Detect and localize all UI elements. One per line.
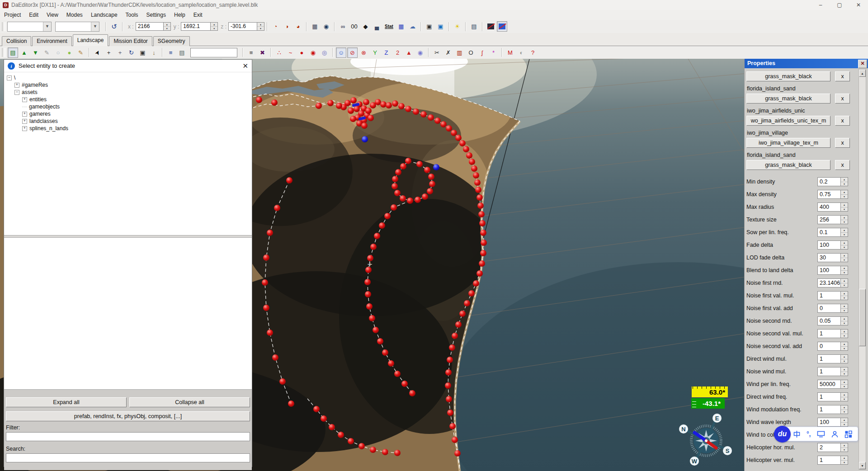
tab-sgeometry[interactable]: SGeometry [153, 36, 190, 46]
tab-mission-editor[interactable]: Mission Editor [109, 36, 152, 46]
texture-select-button[interactable]: grass_mask_black [746, 71, 830, 81]
moon-sphere-icon[interactable]: ◐ [516, 47, 527, 58]
cloud-icon[interactable]: ☁ [407, 21, 418, 32]
marker-red[interactable] [382, 449, 388, 455]
marker-red[interactable] [267, 230, 273, 236]
marker-red[interactable] [384, 213, 391, 219]
marker-red[interactable] [279, 378, 286, 385]
marker-red[interactable] [469, 159, 475, 165]
marker-red[interactable] [447, 357, 453, 363]
marker-red[interactable] [321, 415, 327, 422]
marker-red[interactable] [400, 163, 406, 170]
tree-item-label[interactable]: splines_n_lands [29, 125, 68, 132]
marker-red[interactable] [365, 108, 372, 114]
menu-item-tools[interactable]: Tools [122, 10, 142, 20]
globe-icon[interactable]: ◉ [415, 47, 425, 58]
tree-expander-plus[interactable]: + [22, 112, 27, 117]
hide-selection-icon[interactable]: ⊘ [347, 47, 358, 58]
scroll-down-icon[interactable]: ▼ [859, 462, 866, 469]
select-by-name-icon[interactable]: ≡ [165, 47, 176, 58]
layout-grid-icon[interactable]: ▦ [396, 21, 406, 32]
cut-cross-icon[interactable]: ✗ [443, 47, 453, 58]
marker-red[interactable] [476, 270, 483, 277]
property-value-input[interactable]: 1 [817, 405, 841, 414]
menu-item-edit[interactable]: Edit [25, 10, 42, 20]
marker-red[interactable] [471, 165, 477, 172]
workspace-combo[interactable]: ▼ [7, 22, 52, 32]
sphere-mesh-icon[interactable]: ◉ [308, 47, 318, 58]
filter-input[interactable] [6, 432, 250, 441]
marker-red[interactable] [286, 177, 292, 184]
marker-red[interactable] [424, 167, 430, 173]
terrain-raise-icon[interactable]: ▲ [19, 47, 29, 58]
chevron-down-icon[interactable]: ▼ [43, 22, 51, 31]
property-spinner[interactable]: ▲▼ [841, 354, 848, 363]
marker-blue[interactable] [362, 136, 368, 142]
marker-red[interactable] [348, 108, 354, 114]
marker-red[interactable] [366, 303, 373, 310]
property-value-input[interactable]: 0.1 [817, 228, 841, 237]
marker-red[interactable] [449, 344, 455, 351]
tree-item-label[interactable]: entities [29, 96, 47, 103]
marker-red[interactable] [350, 116, 356, 122]
marker-red[interactable] [454, 450, 461, 457]
property-spinner[interactable]: ▲▼ [841, 443, 848, 452]
stat-icon[interactable]: Stat [383, 21, 395, 32]
property-spinner[interactable]: ▲▼ [841, 190, 848, 199]
marker-red[interactable] [377, 338, 383, 344]
tab-collision[interactable]: Collision [2, 36, 31, 46]
binoculars-icon[interactable]: ∞ [338, 21, 348, 32]
marker-red[interactable] [413, 108, 419, 115]
marker-red[interactable] [374, 233, 380, 239]
property-spinner[interactable]: ▲▼ [841, 228, 848, 237]
marker-red[interactable] [369, 315, 375, 321]
close-icon[interactable]: ✕ [858, 60, 867, 68]
marker-red[interactable] [451, 130, 457, 136]
marker-red[interactable] [380, 101, 387, 108]
marker-red[interactable] [480, 250, 486, 256]
marker-red[interactable] [440, 121, 447, 127]
polyline-icon[interactable]: ~ [285, 47, 296, 58]
marker-red[interactable] [395, 169, 401, 175]
marker-red[interactable] [466, 152, 472, 159]
marker-red[interactable] [386, 102, 392, 108]
scrollbar-thumb[interactable] [859, 289, 866, 346]
texture-remove-button[interactable]: x [835, 94, 850, 104]
material-icon[interactable]: M [505, 47, 515, 58]
sun-icon[interactable]: ☀ [452, 21, 462, 32]
vehicle-icon[interactable]: ▄ [372, 21, 382, 32]
marker-red[interactable] [446, 125, 452, 132]
tree-expander-plus[interactable]: + [14, 83, 19, 88]
property-value-input[interactable]: 50000 [817, 380, 841, 389]
move-icon[interactable]: + [104, 47, 114, 58]
reset-rotation-icon[interactable]: ↺ [109, 21, 119, 32]
tree-expander-plus[interactable]: + [22, 126, 27, 131]
tree-expander-plus[interactable]: + [22, 97, 27, 102]
render-mode-icon[interactable] [497, 21, 507, 32]
marker-red[interactable] [434, 118, 441, 124]
marker-red[interactable] [391, 204, 397, 211]
property-spinner[interactable]: ▲▼ [841, 240, 848, 250]
property-spinner[interactable]: ▲▼ [841, 405, 848, 414]
marker-red[interactable] [479, 220, 486, 226]
marker-red[interactable] [336, 103, 342, 109]
marker-red[interactable] [338, 432, 344, 438]
marker-red[interactable] [348, 438, 354, 444]
marker-red[interactable] [416, 161, 423, 167]
loop-spline-icon[interactable]: 2 [392, 47, 403, 58]
marker-red[interactable] [350, 97, 357, 104]
texture-remove-button[interactable]: x [835, 116, 850, 126]
marker-red[interactable] [455, 321, 462, 328]
property-spinner[interactable]: ▲▼ [841, 380, 848, 389]
scale-icon[interactable]: ▣ [137, 47, 148, 58]
property-value-input[interactable]: 100 [817, 240, 841, 250]
marker-red[interactable] [370, 447, 376, 453]
heightmap-page-icon[interactable]: ▤ [8, 47, 18, 58]
refine-loop-icon[interactable]: O [466, 47, 476, 58]
marker-red[interactable] [394, 371, 401, 377]
marker-red[interactable] [288, 400, 294, 407]
marker-red[interactable] [475, 187, 481, 193]
camera-move-icon[interactable]: ◔ [270, 21, 281, 32]
entity-list[interactable] [4, 238, 252, 390]
marker-red[interactable] [267, 330, 273, 336]
